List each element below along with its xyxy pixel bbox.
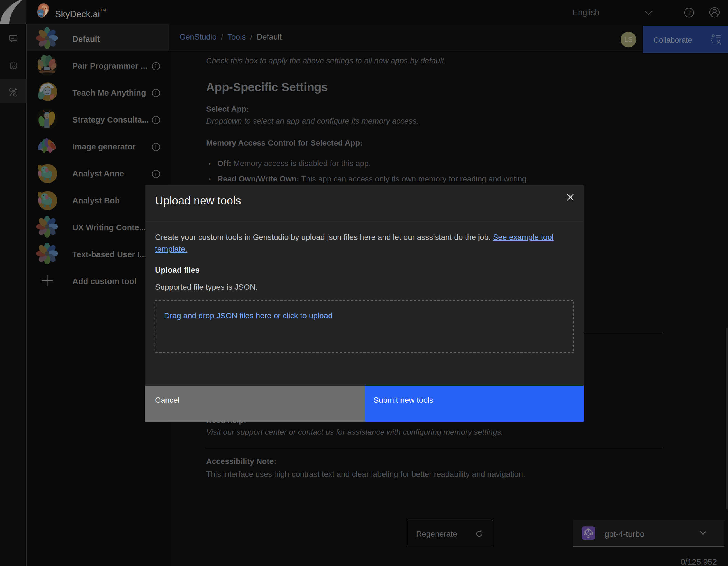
svg-text:?: ? bbox=[687, 9, 691, 16]
